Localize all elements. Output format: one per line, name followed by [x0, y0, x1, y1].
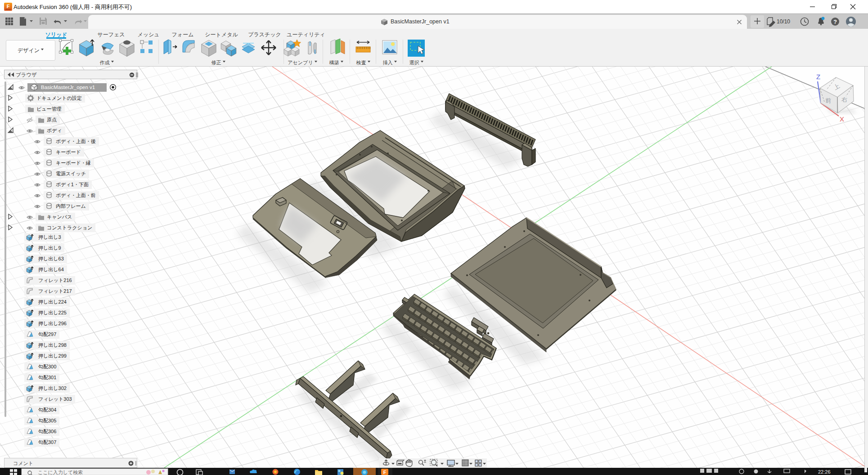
svg-text:ここに入力して検索: ここに入力して検索 [38, 470, 83, 475]
svg-text:前: 前 [825, 97, 831, 104]
svg-text:10/10: 10/10 [777, 18, 790, 25]
svg-text:22:26: 22:26 [818, 469, 831, 475]
svg-text:?: ? [833, 19, 837, 25]
svg-text:X: X [840, 115, 844, 123]
svg-text:Z: Z [816, 73, 820, 81]
svg-text:右: 右 [841, 96, 847, 103]
svg-text:F: F [7, 4, 10, 9]
svg-text:F: F [383, 470, 387, 475]
